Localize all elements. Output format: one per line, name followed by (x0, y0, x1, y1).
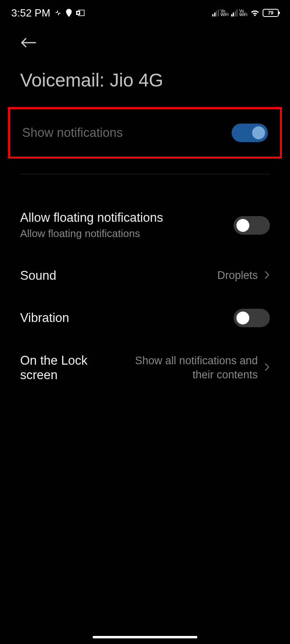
vibration-row[interactable]: Vibration (0, 297, 290, 339)
lock-screen-value: Show all notifications and their content… (120, 354, 258, 382)
svg-rect-3 (58, 13, 59, 15)
show-notifications-toggle[interactable] (232, 124, 268, 142)
sound-row[interactable]: Sound Droplets (0, 254, 290, 297)
vibration-toggle[interactable] (234, 309, 270, 327)
status-right: VoWiFi VoWiFi 79 (212, 9, 279, 17)
vo-wifi-label-2: VoWiFi (239, 9, 247, 17)
outlook-icon (76, 9, 85, 17)
sound-title: Sound (20, 268, 217, 283)
battery-percent: 79 (268, 10, 273, 16)
gesture-bar[interactable] (93, 636, 197, 638)
show-notifications-label: Show notifications (22, 126, 123, 140)
signal-1: VoWiFi (212, 9, 229, 17)
lock-screen-row[interactable]: On the Lock screen Show all notification… (0, 339, 290, 397)
status-bar: 3:52 PM VoWiFi VoWiFi 79 (0, 0, 290, 24)
location-icon (66, 9, 72, 17)
floating-toggle[interactable] (234, 216, 270, 235)
vibration-title: Vibration (20, 311, 234, 325)
show-notifications-row[interactable]: Show notifications (8, 107, 282, 159)
signal-2: VoWiFi (231, 9, 248, 17)
sound-value: Droplets (217, 269, 258, 282)
back-button[interactable] (20, 35, 38, 50)
slack-icon (54, 9, 62, 17)
floating-title: Allow floating notifications (20, 211, 234, 225)
page-title: Voicemail: Jio 4G (0, 54, 290, 103)
lock-screen-title: On the Lock screen (20, 353, 120, 382)
floating-subtitle: Allow floating notifications (20, 227, 234, 240)
chevron-right-icon (264, 363, 270, 373)
floating-notifications-row[interactable]: Allow floating notifications Allow float… (0, 196, 290, 254)
status-icons-left (54, 9, 85, 17)
status-time: 3:52 PM (11, 7, 50, 19)
svg-point-6 (77, 12, 79, 14)
svg-rect-2 (57, 10, 58, 12)
wifi-icon (250, 9, 260, 17)
vo-wifi-label-1: VoWiFi (221, 9, 229, 17)
battery-indicator: 79 (263, 9, 279, 17)
chevron-right-icon (264, 270, 270, 281)
status-left: 3:52 PM (11, 7, 85, 19)
